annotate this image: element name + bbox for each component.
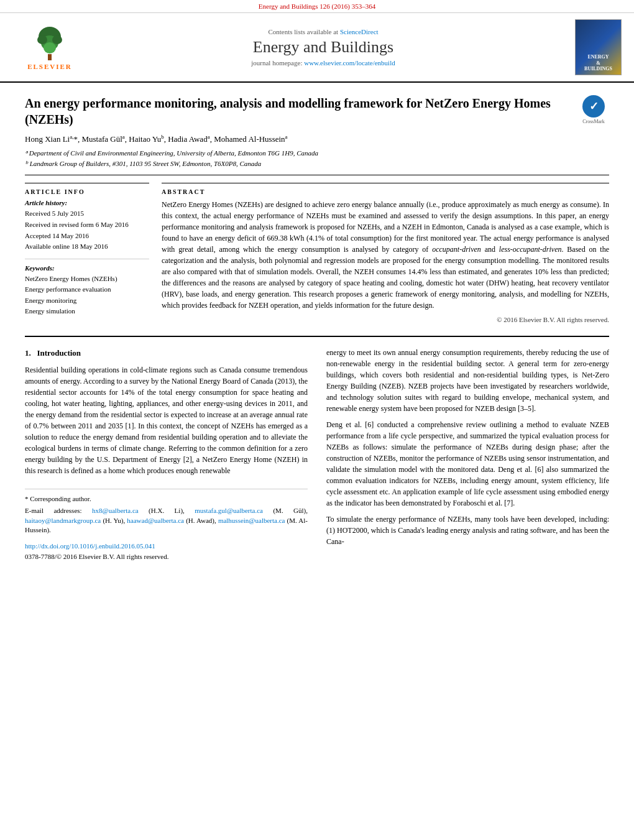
crossmark-label: CrossMark	[582, 119, 605, 124]
article-title-section: An energy performance monitoring, analys…	[25, 95, 609, 175]
homepage-label: journal homepage:	[251, 59, 302, 67]
homepage-url[interactable]: www.elsevier.com/locate/enbuild	[304, 59, 395, 67]
article-container: An energy performance monitoring, analys…	[0, 83, 634, 574]
email-haitao[interactable]: haitaoy@landmarkgroup.ca	[25, 517, 101, 524]
footnote-corresponding: * Corresponding author.	[25, 494, 308, 504]
affiliation-a: ᵃ Department of Civil and Environmental …	[25, 148, 566, 159]
keyword-4: Energy simulation	[25, 306, 149, 317]
corresponding-label: * Corresponding author.	[25, 495, 91, 502]
article-title: An energy performance monitoring, analys…	[25, 95, 566, 127]
doi-link[interactable]: http://dx.doi.org/10.1016/j.enbuild.2016…	[25, 542, 155, 550]
keyword-3: Energy monitoring	[25, 295, 149, 307]
keywords-title: Keywords:	[25, 264, 149, 272]
keyword-2: Energy performance evaluation	[25, 284, 149, 295]
footnote-emails: E-mail addresses: hx8@ualberta.ca (H.X. …	[25, 506, 308, 535]
journal-title: Energy and Buildings	[87, 38, 559, 57]
svg-rect-3	[48, 54, 52, 60]
emails-label: E-mail addresses:	[25, 507, 82, 514]
email-mohamed[interactable]: malhussein@ualberta.ca	[218, 517, 285, 524]
divider	[25, 259, 149, 259]
elsevier-tree-icon	[31, 24, 68, 62]
article-info-label: ARTICLE INFO	[25, 188, 149, 195]
sciencedirect-line: Contents lists available at ScienceDirec…	[87, 28, 559, 35]
received-date: Received 5 July 2015	[25, 208, 149, 219]
svg-point-5	[52, 35, 62, 44]
footnote-section: * Corresponding author. E-mail addresses…	[25, 489, 308, 535]
accepted-date: Accepted 14 May 2016	[25, 231, 149, 242]
abstract-column: ABSTRACT NetZero Energy Homes (NZEHs) ar…	[162, 183, 609, 323]
section-title: Introduction	[37, 348, 81, 358]
cover-text: ENERGY&BUILDINGS	[584, 54, 612, 72]
crossmark-section: ✓ CrossMark	[578, 95, 609, 124]
article-info-column: ARTICLE INFO Article history: Received 5…	[25, 183, 149, 323]
elsevier-logo-section: ELSEVIER	[12, 24, 87, 70]
crossmark-icon: ✓	[582, 95, 605, 118]
intro-heading: 1. Introduction	[25, 347, 308, 359]
affiliations: ᵃ Department of Civil and Environmental …	[25, 148, 566, 168]
article-authors: Hong Xian Lia,*, Mustafa Güla, Haitao Yu…	[25, 134, 566, 144]
body-left-col: 1. Introduction Residential building ope…	[25, 347, 308, 561]
revised-date: Received in revised form 6 May 2016	[25, 219, 149, 231]
article-history: Article history: Received 5 July 2015 Re…	[25, 199, 149, 252]
body-right-para-1: energy to meet its own annual energy con…	[326, 347, 609, 414]
journal-header: ELSEVIER Contents lists available at Sci…	[0, 13, 634, 83]
article-title-text: An energy performance monitoring, analys…	[25, 95, 566, 168]
sciencedirect-link[interactable]: ScienceDirect	[340, 28, 379, 35]
svg-point-2	[44, 42, 56, 53]
body-right-para-2: Deng et al. [6] conducted a comprehensiv…	[326, 419, 609, 509]
sciencedirect-label: Contents lists available at	[268, 28, 338, 35]
keyword-1: NetZero Energy Homes (NZEHs)	[25, 274, 149, 285]
body-two-col: 1. Introduction Residential building ope…	[25, 347, 609, 561]
svg-point-4	[37, 35, 47, 44]
affiliation-b: ᵇ Landmark Group of Builders, #301, 1103…	[25, 159, 566, 169]
journal-title-section: Contents lists available at ScienceDirec…	[87, 28, 559, 67]
journal-cover-image: ENERGY&BUILDINGS	[575, 19, 622, 75]
keywords-section: Keywords: NetZero Energy Homes (NZEHs) E…	[25, 264, 149, 317]
elsevier-logo: ELSEVIER	[12, 24, 87, 70]
history-title: Article history:	[25, 199, 149, 206]
elsevier-wordmark: ELSEVIER	[27, 63, 72, 70]
email-hx[interactable]: hx8@ualberta.ca	[92, 507, 139, 514]
available-date: Available online 18 May 2016	[25, 241, 149, 252]
journal-homepage: journal homepage: www.elsevier.com/locat…	[87, 59, 559, 67]
email-hadia[interactable]: haawad@ualberta.ca	[127, 517, 184, 524]
doi-section: http://dx.doi.org/10.1016/j.enbuild.2016…	[25, 541, 308, 561]
abstract-section: ABSTRACT NetZero Energy Homes (NZEHs) ar…	[162, 183, 609, 323]
top-citation-bar: Energy and Buildings 126 (2016) 353–364	[0, 0, 634, 13]
email-mustafa[interactable]: mustafa.gul@ualberta.ca	[195, 507, 263, 514]
intro-paragraph-1: Residential building operations in cold-…	[25, 364, 308, 476]
abstract-text: NetZero Energy Homes (NZEHs) are designe…	[162, 199, 609, 311]
citation-text: Energy and Buildings 126 (2016) 353–364	[259, 2, 375, 10]
abstract-label: ABSTRACT	[162, 188, 609, 195]
copyright-line: © 2016 Elsevier B.V. All rights reserved…	[162, 316, 609, 323]
section-number: 1.	[25, 348, 31, 358]
body-section: 1. Introduction Residential building ope…	[25, 336, 609, 561]
journal-cover-section: ENERGY&BUILDINGS	[559, 19, 622, 75]
info-abstract-section: ARTICLE INFO Article history: Received 5…	[25, 183, 609, 323]
article-info-box: ARTICLE INFO Article history: Received 5…	[25, 183, 149, 317]
body-right-col: energy to meet its own annual energy con…	[326, 347, 609, 561]
body-right-para-3: To simulate the energy performance of NZ…	[326, 514, 609, 547]
issn-line: 0378-7788/© 2016 Elsevier B.V. All right…	[25, 553, 169, 560]
